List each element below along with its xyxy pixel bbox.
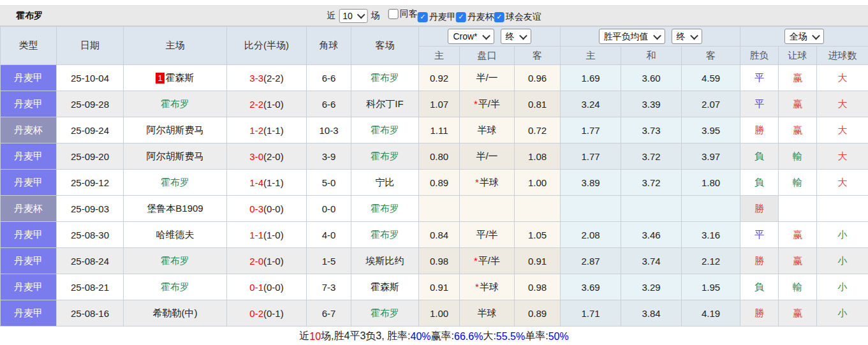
- handicap-cell: 半/一: [460, 143, 515, 170]
- home-team-cell: 希勒勒(中): [124, 300, 227, 327]
- corner-cell: 5-0: [307, 170, 351, 196]
- goals-result-cell: 大: [817, 170, 868, 196]
- type-cell: 丹麦甲: [1, 65, 57, 91]
- score-cell: 1-4(1-1): [227, 170, 307, 196]
- corner-cell: 10-3: [307, 117, 351, 143]
- corner-cell: 6-6: [307, 65, 351, 91]
- goals-result-cell: 大: [817, 65, 868, 91]
- date-cell: 25-09-12: [57, 170, 124, 196]
- unit-label: 场: [371, 10, 380, 22]
- odds-group-header: Crow* 终: [419, 27, 561, 47]
- match-row: 丹麦甲25-08-21霍布罗0-1(0-0)7-3霍森斯0.91*半球0.983…: [1, 274, 868, 300]
- goals-result: 小: [838, 281, 848, 292]
- match-table-body: 丹麦甲25-10-041霍森斯3-3(2-2)6-6霍布罗0.92半/一0.96…: [1, 65, 868, 327]
- handicap-cell: *平/半: [460, 248, 515, 274]
- subcol-avg-draw: 和: [621, 47, 682, 65]
- handicap-result-cell: 輸: [779, 170, 817, 196]
- home-odds-cell: 0.89: [419, 170, 460, 196]
- type-cell: 丹麦甲: [1, 222, 57, 248]
- handicap-result: 輸: [793, 281, 802, 292]
- title-bar: 霍布罗 近 10 场 同客✓丹麦甲✓丹麦杯✓球会友谊: [0, 6, 868, 26]
- wdl-result-cell: 平: [740, 222, 779, 248]
- subcol-handicap-result: 让球: [779, 47, 817, 65]
- type-cell: 丹麦甲: [1, 300, 57, 327]
- recent-count-select[interactable]: 10: [339, 9, 368, 23]
- friendly-checkbox[interactable]: ✓: [494, 12, 504, 22]
- halftime-score: (0-1): [263, 308, 284, 319]
- handicap-line: 半球: [478, 124, 497, 135]
- handicap-cell: *平/半: [460, 91, 515, 117]
- fulltime-score: 3-0: [249, 151, 263, 162]
- goals-result: 大: [838, 72, 848, 83]
- away-team-cell: 霍布罗: [351, 222, 419, 248]
- subcol-avg-away: 客: [682, 47, 740, 65]
- wdl-result: 負: [754, 177, 764, 187]
- home-team-cell: 阿尔胡斯费马: [124, 143, 227, 170]
- home-odds-cell: 0.92: [419, 65, 460, 91]
- stat-segment: 40%: [411, 331, 431, 342]
- fulltime-score: 0-2: [249, 308, 263, 319]
- avg-away-cell: [682, 196, 740, 222]
- scope-select[interactable]: 全场: [784, 29, 824, 44]
- away-team-name: 霍布罗: [371, 124, 399, 135]
- home-team-cell: 霍布罗: [124, 274, 227, 300]
- wdl-result: 勝: [754, 307, 764, 318]
- recent-label: 近: [327, 10, 335, 22]
- bookmaker-time-select[interactable]: 终: [501, 29, 531, 44]
- stat-segment: 66.6%: [454, 331, 483, 342]
- checkbox-label: 球会友谊: [506, 11, 541, 23]
- match-row: 丹麦甲25-08-30哈维德夫1-1(1-0)4-0霍布罗0.84平/半1.05…: [1, 222, 868, 248]
- home-odds-cell: 0.91: [419, 274, 460, 300]
- avg-select-value: 胜平负均值: [604, 31, 649, 42]
- checkbox-item: ✓球会友谊: [494, 11, 541, 23]
- avg-home-cell: 3.69: [561, 274, 621, 300]
- date-cell: 25-09-03: [57, 196, 124, 222]
- handicap-result-cell: 赢: [779, 300, 817, 327]
- bookmaker-select[interactable]: Crow*: [448, 29, 494, 44]
- stat-segment: 50%: [548, 331, 569, 342]
- home-odds-cell: 1.11: [419, 117, 460, 143]
- avg-draw-cell: 3.72: [621, 170, 682, 196]
- handicap-result: 輸: [793, 150, 802, 161]
- goals-result: 大: [838, 177, 848, 187]
- away-odds-cell: [515, 196, 561, 222]
- filter-controls: 近 10 场 同客✓丹麦甲✓丹麦杯✓球会友谊: [327, 8, 541, 23]
- type-cell: 丹麦甲: [1, 91, 57, 117]
- away-odds-cell: 0.89: [515, 300, 561, 327]
- handicap-result-cell: 赢: [779, 222, 817, 248]
- halftime-score: (2-2): [263, 73, 284, 84]
- home-team-cell: 霍布罗: [124, 91, 227, 117]
- same-away-checkbox[interactable]: [388, 9, 399, 19]
- handicap-result: 赢: [793, 98, 802, 109]
- halftime-score: (1-0): [263, 256, 284, 267]
- halftime-score: (0-0): [263, 203, 284, 214]
- avg-home-cell: [561, 196, 621, 222]
- away-team-cell: 科尔丁IF: [351, 91, 419, 117]
- type-cell: 丹麦甲: [1, 274, 57, 300]
- handicap-cell: 半球: [460, 300, 515, 327]
- chevron-down-icon: [519, 31, 527, 40]
- match-row: 丹麦甲25-09-12霍布罗1-4(1-1)5-0宁比0.89*半球1.003.…: [1, 170, 868, 196]
- avg-time-select[interactable]: 终: [672, 29, 702, 44]
- stat-segment: 场,胜4平3负3, 胜率:: [321, 330, 410, 343]
- fulltime-score: 1-2: [249, 125, 263, 136]
- wdl-result: 負: [754, 281, 764, 292]
- subcol-avg-home: 主: [561, 47, 621, 65]
- score-cell: 3-3(2-2): [227, 65, 307, 91]
- type-cell: 丹麦甲: [1, 143, 57, 170]
- home-odds-cell: [419, 196, 460, 222]
- avg-home-cell: 2.87: [561, 248, 621, 274]
- type-cell: 丹麦甲: [1, 170, 57, 196]
- top-divider: [0, 0, 868, 6]
- goals-result: 大: [838, 98, 848, 109]
- halftime-score: (1-0): [263, 230, 284, 240]
- away-team-cell: 霍布罗: [351, 143, 419, 170]
- avg-select[interactable]: 胜平负均值: [599, 29, 665, 44]
- handicap-result-cell: 赢: [779, 248, 817, 274]
- cup-dk-checkbox[interactable]: ✓: [456, 12, 466, 22]
- col-header-home: 主场: [124, 27, 227, 65]
- league-dk1-checkbox[interactable]: ✓: [418, 12, 428, 22]
- avg-draw-cell: [621, 196, 682, 222]
- away-odds-cell: 0.72: [515, 117, 561, 143]
- match-row: 丹麦甲25-09-20阿尔胡斯费马3-0(2-0)3-9霍布罗0.80半/一1.…: [1, 143, 868, 170]
